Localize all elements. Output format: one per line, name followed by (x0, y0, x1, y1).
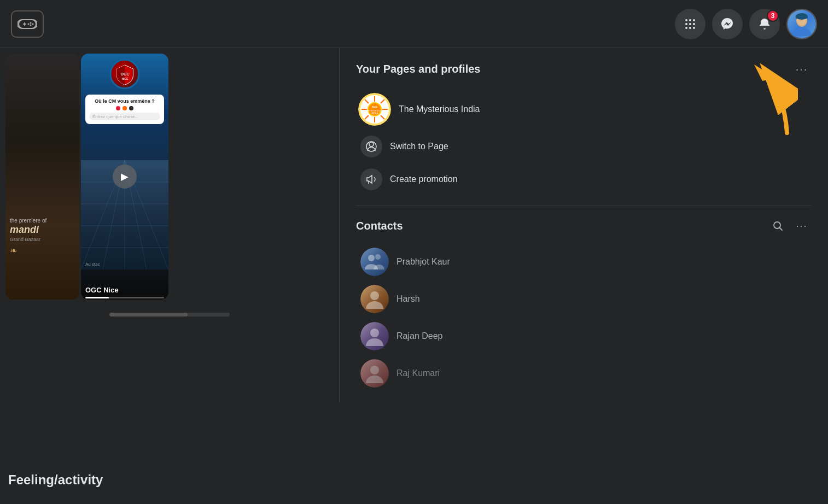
left-panel: the premiere of mandi Grand Bazaar ❧ (0, 48, 339, 504)
pages-more-button[interactable]: ··· (792, 59, 812, 79)
svg-point-9 (689, 19, 691, 21)
create-promotion-label: Create promotion (390, 174, 458, 184)
story1-pre-text: the premiere of (10, 217, 75, 224)
switch-to-page-label: Switch to Page (390, 142, 448, 151)
svg-point-14 (685, 27, 687, 29)
mysterious-india-name: The Mysterious India (399, 104, 480, 114)
svg-text:INDIA: INDIA (371, 112, 378, 115)
contacts-actions: ··· (768, 216, 812, 236)
messenger-button[interactable] (712, 9, 743, 39)
svg-point-8 (685, 19, 687, 21)
svg-point-55 (370, 329, 379, 337)
contact-name-raj: Raj Kumari (396, 368, 440, 378)
svg-point-15 (689, 27, 691, 29)
contacts-search-button[interactable] (768, 216, 788, 236)
grid-menu-button[interactable] (675, 9, 705, 39)
contact-name-prabhjot: Prabhjot Kaur (396, 257, 450, 267)
contact-rajan[interactable]: Rajan Deep (356, 318, 812, 355)
contact-raj[interactable]: Raj Kumari (356, 355, 812, 392)
svg-point-3 (32, 23, 34, 25)
story2-overlay: Au stac (85, 262, 164, 267)
svg-text:NICE: NICE (121, 77, 129, 80)
svg-point-48 (369, 142, 374, 146)
user-avatar-button[interactable] (786, 9, 817, 39)
story2-input-placeholder: Entrez quelque chose... (92, 114, 138, 119)
svg-rect-7 (24, 22, 25, 26)
svg-line-51 (780, 228, 783, 231)
ogc-badge: OGC NICE (110, 59, 140, 89)
contact-avatar-prabhjot (360, 248, 389, 276)
nav-right: 3 (675, 9, 817, 39)
svg-point-2 (30, 22, 32, 24)
feeling-activity-label: Feeling/activity (8, 472, 103, 488)
svg-point-13 (693, 23, 695, 25)
user-avatar-image (788, 10, 816, 38)
story-card-2[interactable]: OGC NICE Où le CM vous emmène ? (81, 54, 168, 300)
create-promotion-icon (360, 168, 382, 190)
stories-strip: the premiere of mandi Grand Bazaar ❧ (0, 54, 339, 305)
story1-tagline: Grand Bazaar (10, 237, 75, 242)
story-play-button[interactable]: ▶ (113, 165, 137, 189)
top-navigation: 3 (0, 0, 828, 48)
contact-prabhjot[interactable]: Prabhjot Kaur (356, 243, 812, 280)
contact-harsh[interactable]: Harsh (356, 280, 812, 318)
pages-title: Your Pages and profiles (356, 63, 480, 75)
svg-point-10 (693, 19, 695, 21)
feeling-section: Feeling/activity (0, 467, 111, 493)
mysterious-india-page-item[interactable]: THE MYSTERIOUS INDIA The Mysterious Indi… (356, 89, 812, 130)
svg-point-54 (370, 291, 379, 300)
svg-point-16 (693, 27, 695, 29)
switch-to-page-item[interactable]: Switch to Page (356, 130, 812, 163)
contact-name-rajan: Rajan Deep (396, 331, 443, 341)
right-panel: Your Pages and profiles ··· (339, 48, 828, 403)
contact-name-harsh: Harsh (396, 294, 420, 304)
switch-to-page-icon (360, 136, 382, 157)
contact-avatar-harsh (360, 285, 389, 313)
contact-avatar-raj (360, 359, 389, 388)
svg-point-52 (368, 255, 375, 261)
svg-point-56 (370, 366, 379, 374)
contact-avatar-rajan (360, 322, 389, 350)
story-card-1[interactable]: the premiere of mandi Grand Bazaar ❧ (5, 54, 79, 300)
contacts-title: Contacts (356, 220, 403, 232)
contacts-header: Contacts ··· (356, 216, 812, 236)
mysterious-india-avatar: THE MYSTERIOUS INDIA (358, 93, 391, 126)
story2-label: OGC Nice (85, 286, 119, 294)
svg-point-11 (685, 23, 687, 25)
create-promotion-item[interactable]: Create promotion (356, 163, 812, 196)
svg-point-12 (689, 23, 691, 25)
svg-point-53 (375, 254, 381, 260)
svg-point-4 (30, 24, 32, 26)
svg-text:THE: THE (372, 106, 378, 109)
svg-point-5 (28, 23, 30, 25)
pages-section-header: Your Pages and profiles ··· (356, 59, 812, 79)
scroll-indicator (109, 313, 230, 317)
notifications-button[interactable]: 3 (749, 9, 780, 39)
svg-rect-20 (796, 16, 808, 19)
nav-left (11, 10, 44, 38)
svg-text:OGC: OGC (120, 72, 129, 76)
gamepad-icon[interactable] (11, 10, 44, 38)
story1-title: mandi (10, 224, 75, 236)
contacts-more-button[interactable]: ··· (792, 216, 812, 236)
scroll-indicator-wrap (0, 313, 339, 317)
story2-progress (85, 297, 164, 298)
notification-badge: 3 (767, 10, 779, 22)
right-panel-wrapper: Your Pages and profiles ··· (339, 48, 828, 504)
story2-popup-title: Où le CM vous emmène ? (89, 98, 160, 104)
main-content: the premiere of mandi Grand Bazaar ❧ (0, 48, 828, 504)
section-divider (356, 206, 812, 206)
